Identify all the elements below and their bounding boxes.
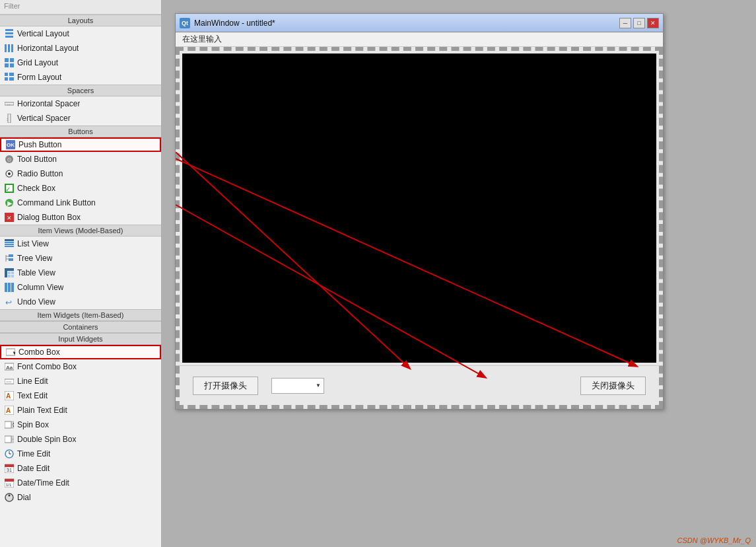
svg-rect-8 — [5, 63, 9, 67]
double-spin-box-icon — [4, 434, 15, 445]
sidebar-item-line-edit[interactable]: Line Edit — [0, 374, 161, 388]
tree-view-icon — [4, 253, 15, 264]
sidebar-item-dialog-button-box[interactable]: ✕ Dialog Button Box — [0, 210, 161, 225]
widget-panel: Filter Layouts Vertical Layout Horizonta… — [0, 0, 162, 547]
sidebar-item-check-box[interactable]: ✓ Check Box — [0, 181, 161, 196]
qt-combo-dropdown[interactable]: ▼ — [271, 378, 324, 394]
horizontal-spacer-label: Horizontal Spacer — [17, 99, 80, 108]
sidebar-item-undo-view[interactable]: ↩ Undo View — [0, 295, 161, 309]
sidebar-item-horizontal-spacer[interactable]: ↔ Horizontal Spacer — [0, 96, 161, 111]
svg-point-75 — [9, 495, 11, 497]
horizontal-spacer-icon: ↔ — [4, 98, 15, 109]
svg-rect-10 — [5, 73, 8, 76]
sidebar-item-vertical-spacer[interactable]: ↕ Vertical Spacer — [0, 111, 161, 126]
svg-text:31: 31 — [7, 468, 12, 472]
svg-text:✓: ✓ — [5, 186, 11, 193]
sidebar-item-radio-button[interactable]: Radio Button — [0, 166, 161, 181]
column-view-label: Column View — [17, 283, 63, 292]
section-item-widgets: Item Widgets (Item-Based) — [0, 309, 161, 321]
date-time-edit-label: Date/Time Edit — [17, 478, 69, 488]
vertical-layout-label: Vertical Layout — [17, 29, 69, 38]
svg-rect-13 — [9, 77, 14, 81]
sidebar-item-combo-box[interactable]: ▼ Combo Box — [0, 345, 161, 359]
qt-menu-bar: 在这里输入 — [176, 32, 663, 47]
qt-app-icon: Qt — [180, 18, 190, 28]
filter-label: Filter — [4, 2, 20, 10]
sidebar-item-spin-box[interactable]: ▲▼ Spin Box — [0, 418, 161, 432]
svg-rect-45 — [11, 283, 14, 292]
sidebar-item-command-link-button[interactable]: ▶ Command Link Button — [0, 196, 161, 210]
qt-minimize-button[interactable]: ─ — [619, 18, 631, 28]
filter-bar[interactable]: Filter — [0, 0, 161, 15]
qt-titlebar: Qt MainWindow - untitled* ─ □ ✕ — [176, 14, 663, 32]
grid-layout-label: Grid Layout — [17, 58, 58, 67]
svg-rect-57 — [5, 421, 11, 428]
svg-text:Aa: Aa — [6, 365, 13, 371]
date-time-edit-icon: 1/1 — [4, 478, 15, 488]
text-edit-icon: A — [4, 390, 15, 401]
svg-rect-43 — [5, 283, 7, 292]
spin-box-icon: ▲▼ — [4, 419, 15, 430]
sidebar-item-form-layout[interactable]: Form Layout — [0, 70, 161, 85]
qt-bottom-controls: 打开摄像头 ▼ 关闭摄像头 — [180, 365, 659, 405]
sidebar-item-plain-text-edit[interactable]: A Plain Text Edit — [0, 403, 161, 418]
date-edit-icon: 31 — [4, 463, 15, 474]
svg-rect-6 — [5, 58, 9, 62]
sidebar-item-double-spin-box[interactable]: Double Spin Box — [0, 432, 161, 447]
line-edit-label: Line Edit — [17, 377, 48, 386]
sidebar-item-font-combo-box[interactable]: Aa Font Combo Box — [0, 359, 161, 374]
dial-label: Dial — [17, 493, 31, 502]
section-spacers: Spacers — [0, 85, 161, 96]
sidebar-item-horizontal-layout[interactable]: Horizontal Layout — [0, 41, 161, 55]
sidebar-item-grid-layout[interactable]: Grid Layout — [0, 55, 161, 70]
time-edit-label: Time Edit — [17, 449, 50, 458]
svg-rect-41 — [8, 275, 11, 277]
main-canvas: Qt MainWindow - untitled* ─ □ ✕ 在这里输入 打开… — [162, 0, 756, 547]
plain-text-edit-icon: A — [4, 405, 15, 416]
spin-box-label: Spin Box — [17, 420, 49, 429]
qt-window-buttons: ─ □ ✕ — [619, 18, 659, 28]
svg-rect-31 — [5, 246, 14, 247]
svg-rect-63 — [12, 436, 14, 439]
svg-rect-64 — [12, 439, 14, 443]
time-edit-icon — [4, 449, 15, 459]
sidebar-item-table-view[interactable]: Table View — [0, 266, 161, 280]
svg-rect-42 — [11, 275, 14, 277]
sidebar-item-vertical-layout[interactable]: Vertical Layout — [0, 26, 161, 41]
sidebar-item-date-edit[interactable]: 31 Date Edit — [0, 461, 161, 476]
qt-camera-canvas — [182, 54, 656, 363]
qt-window-title: MainWindow - untitled* — [194, 18, 619, 28]
line-edit-icon — [4, 376, 15, 386]
table-view-icon — [4, 268, 15, 278]
push-button-label: Push Button — [18, 140, 61, 149]
sidebar-item-push-button[interactable]: OK Push Button — [0, 137, 161, 152]
svg-rect-5 — [11, 44, 13, 52]
sidebar-item-tree-view[interactable]: Tree View — [0, 251, 161, 266]
double-spin-box-label: Double Spin Box — [17, 435, 76, 444]
svg-rect-35 — [9, 254, 13, 257]
combo-box-icon: ▼ — [5, 347, 16, 357]
sidebar-item-text-edit[interactable]: A Text Edit — [0, 388, 161, 403]
qt-menu-text[interactable]: 在这里输入 — [178, 32, 226, 46]
sidebar-item-date-time-edit[interactable]: 1/1 Date/Time Edit — [0, 476, 161, 490]
date-edit-label: Date Edit — [17, 464, 50, 473]
qt-maximize-button[interactable]: □ — [633, 18, 645, 28]
combo-box-label: Combo Box — [18, 347, 60, 357]
sidebar-item-time-edit[interactable]: Time Edit — [0, 447, 161, 461]
open-camera-button[interactable]: 打开摄像头 — [193, 377, 258, 395]
sidebar-item-list-view[interactable]: List View — [0, 237, 161, 251]
svg-text:↕: ↕ — [6, 116, 9, 122]
font-combo-box-icon: Aa — [4, 361, 15, 372]
svg-rect-9 — [10, 63, 14, 67]
sidebar-item-column-view[interactable]: Column View — [0, 280, 161, 295]
svg-rect-29 — [5, 242, 14, 243]
horizontal-layout-icon — [4, 43, 15, 54]
section-input-widgets: Input Widgets — [0, 333, 161, 345]
horizontal-layout-label: Horizontal Layout — [17, 44, 79, 53]
qt-close-button[interactable]: ✕ — [647, 18, 659, 28]
sidebar-item-tool-button[interactable]: ⚙ Tool Button — [0, 152, 161, 166]
close-camera-button[interactable]: 关闭摄像头 — [580, 377, 646, 395]
command-link-button-label: Command Link Button — [17, 198, 96, 207]
sidebar-item-dial[interactable]: Dial — [0, 490, 161, 505]
svg-rect-44 — [8, 283, 11, 292]
